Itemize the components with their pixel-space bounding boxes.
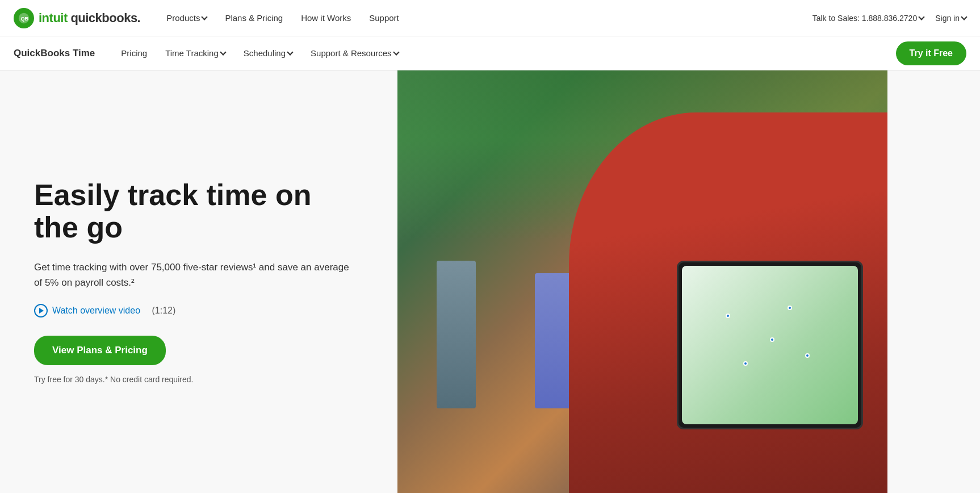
view-plans-button[interactable]: View Plans & Pricing <box>34 336 166 365</box>
nav-plans-pricing[interactable]: Plans & Pricing <box>217 9 291 27</box>
map-marker-5 <box>805 353 810 358</box>
logo-icon: QB <box>14 8 34 28</box>
sub-nav-pricing[interactable]: Pricing <box>113 44 155 62</box>
chevron-down-icon <box>202 14 208 20</box>
free-trial-text: Try free for 30 days.* No credit card re… <box>34 375 193 384</box>
nav-products[interactable]: Products <box>158 9 215 27</box>
try-it-free-button[interactable]: Try it Free <box>896 41 966 65</box>
hero-image <box>397 70 887 493</box>
map-marker-1 <box>726 314 730 318</box>
map-marker-4 <box>788 306 792 310</box>
sign-in-button[interactable]: Sign in <box>935 14 966 23</box>
chevron-down-icon <box>220 49 226 55</box>
hero-content: Easily track time on the go Get time tra… <box>0 145 397 419</box>
chevron-down-icon <box>961 14 967 20</box>
sub-nav-brand[interactable]: QuickBooks Time <box>14 48 95 59</box>
sub-navigation: QuickBooks Time Pricing Time Tracking Sc… <box>0 36 980 70</box>
hero-subtitle: Get time tracking with over 75,000 five-… <box>34 260 352 290</box>
sub-nav-support-resources[interactable]: Support & Resources <box>303 44 407 62</box>
map-marker-2 <box>770 337 774 342</box>
top-nav-right: Talk to Sales: 1.888.836.2720 Sign in <box>813 14 966 23</box>
nav-support[interactable]: Support <box>361 9 407 27</box>
logo-text: intuit quickbooks. <box>39 11 140 26</box>
watch-video-link[interactable]: Watch overview video (1:12) <box>34 304 363 317</box>
tablet-screen <box>682 266 858 425</box>
map-marker-3 <box>743 361 748 366</box>
play-triangle-icon <box>39 308 44 314</box>
tablet-device <box>677 261 863 430</box>
play-icon <box>34 304 48 317</box>
chevron-down-icon <box>287 49 293 55</box>
logo[interactable]: QB intuit quickbooks. <box>14 8 140 28</box>
chevron-down-icon <box>919 14 925 20</box>
talk-to-sales[interactable]: Talk to Sales: 1.888.836.2720 <box>813 14 924 23</box>
sub-nav-scheduling[interactable]: Scheduling <box>236 44 300 62</box>
background-worker-1 <box>437 261 476 408</box>
hero-section: Easily track time on the go Get time tra… <box>0 70 980 493</box>
sub-nav-links: Pricing Time Tracking Scheduling Support… <box>113 44 895 62</box>
hero-photo-placeholder <box>397 70 887 493</box>
top-nav-links: Products Plans & Pricing How it Works Su… <box>158 9 812 27</box>
top-navigation: QB intuit quickbooks. Products Plans & P… <box>0 0 980 36</box>
svg-text:QB: QB <box>21 15 29 21</box>
nav-how-it-works[interactable]: How it Works <box>293 9 359 27</box>
chevron-down-icon <box>393 49 399 55</box>
hero-title: Easily track time on the go <box>34 179 363 244</box>
sub-nav-time-tracking[interactable]: Time Tracking <box>157 44 233 62</box>
